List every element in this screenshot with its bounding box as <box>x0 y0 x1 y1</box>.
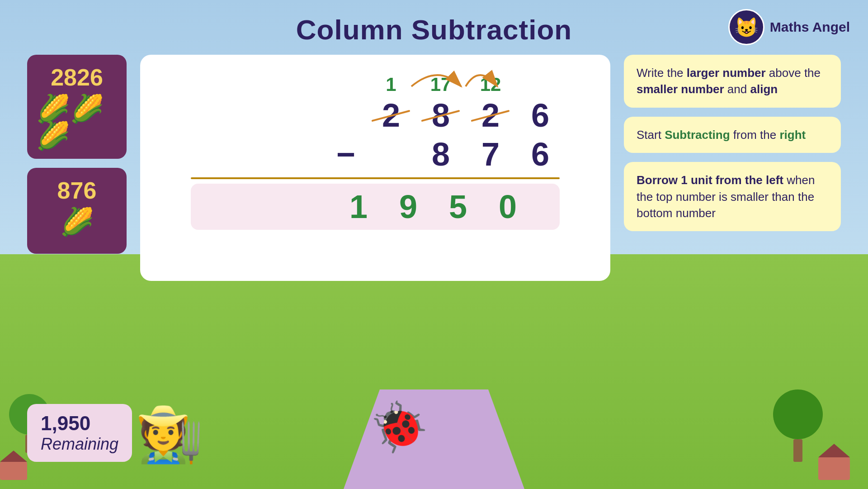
bottom-digit-hundreds: 8 <box>416 137 466 172</box>
top-digit-tens: 2 <box>466 98 515 133</box>
bold-smaller-number: smaller number <box>637 82 724 96</box>
top-digit-thousands: 2 <box>366 98 416 133</box>
corn-emoji-876: 🌽 <box>60 209 94 236</box>
right-info-panel: Write the larger number above the smalle… <box>624 55 841 231</box>
borrow-row: 1 17 12 <box>158 68 592 95</box>
minus-row: − 8 7 6 <box>158 136 592 173</box>
info-box-borrow: Borrow 1 unit from the left when the top… <box>624 162 841 231</box>
borrow-cell-1: 17 <box>416 74 466 95</box>
info-box-align: Write the larger number above the smalle… <box>624 55 841 108</box>
top-digit-hundreds: 8 <box>416 98 466 133</box>
result-digit-tens: 5 <box>433 188 483 225</box>
remaining-label: Remaining <box>41 435 118 454</box>
borrow-cell-0: 1 <box>366 74 416 95</box>
number-card-876: 876 🌽 <box>27 168 127 254</box>
calculation-area: 1 17 12 2 8 2 6 − 8 7 <box>140 55 610 281</box>
info-box-subtract: Start Subtracting from the right <box>624 117 841 153</box>
left-cards: 2826 🌽🌽🌽 876 🌽 <box>27 55 127 254</box>
bottom-digit-ones: 6 <box>515 137 565 172</box>
scarecrow-character: 🧑‍🌾 <box>136 403 203 466</box>
logo-area: 😺 Maths Angel <box>728 9 850 45</box>
card-number-2826: 2826 <box>51 64 103 91</box>
borrow-cell-2: 12 <box>466 74 515 95</box>
result-digit-thousands: 1 <box>334 188 383 225</box>
number-card-2826: 2826 🌽🌽🌽 <box>27 55 127 159</box>
result-digit-hundreds: 9 <box>383 188 433 225</box>
bold-larger-number: larger number <box>687 66 766 80</box>
top-number-row: 2 8 2 6 <box>158 98 592 133</box>
bottom-result-badge: 1,950 Remaining <box>27 404 132 462</box>
calc-wrapper: 1 17 12 2 8 2 6 − 8 7 <box>158 68 592 230</box>
card-number-876: 876 <box>57 177 97 204</box>
result-container: 1 9 5 0 <box>191 184 560 230</box>
bold-subtracting: Subtracting <box>665 128 730 142</box>
page-title: Column Subtraction <box>296 14 572 46</box>
corn-emoji-2826: 🌽🌽🌽 <box>36 95 118 150</box>
bold-align: align <box>750 82 778 96</box>
minus-operator: − <box>326 136 366 173</box>
bold-right: right <box>779 128 806 142</box>
bold-borrow: Borrow 1 unit from the left <box>637 173 783 187</box>
result-digit-ones: 0 <box>483 188 533 225</box>
logo-text: Maths Angel <box>770 19 850 35</box>
bottom-digit-tens: 7 <box>466 137 515 172</box>
result-number: 1,950 <box>41 412 118 435</box>
divider-line <box>191 177 560 179</box>
top-digit-ones: 6 <box>515 98 565 133</box>
logo-icon: 😺 <box>728 9 764 45</box>
